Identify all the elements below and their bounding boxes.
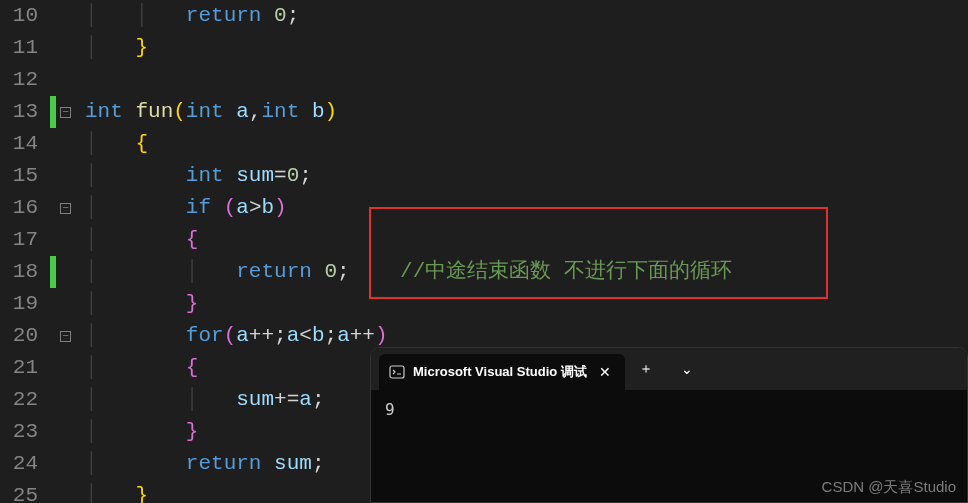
line-number: 16 bbox=[0, 192, 38, 224]
change-marker bbox=[50, 96, 56, 128]
line-number: 21 bbox=[0, 352, 38, 384]
line-number: 19 bbox=[0, 288, 38, 320]
terminal-line: 9 bbox=[385, 400, 953, 419]
terminal-output[interactable]: 9 bbox=[371, 390, 967, 429]
terminal-titlebar[interactable]: Microsoft Visual Studio 调试 ✕ ＋ ⌄ bbox=[371, 348, 967, 390]
line-number: 25 bbox=[0, 480, 38, 503]
svg-rect-0 bbox=[390, 366, 404, 378]
line-number: 17 bbox=[0, 224, 38, 256]
code-line[interactable]: │ } bbox=[85, 32, 968, 64]
line-number: 24 bbox=[0, 448, 38, 480]
fold-toggle[interactable]: − bbox=[60, 331, 71, 342]
line-number: 23 bbox=[0, 416, 38, 448]
line-number: 13 bbox=[0, 96, 38, 128]
code-line[interactable]: │ int sum=0; bbox=[85, 160, 968, 192]
dropdown-icon[interactable]: ⌄ bbox=[667, 353, 707, 385]
watermark: CSDN @天喜Studio bbox=[822, 478, 956, 497]
code-line[interactable]: │ } bbox=[85, 288, 968, 320]
line-number: 12 bbox=[0, 64, 38, 96]
new-tab-button[interactable]: ＋ bbox=[625, 352, 667, 386]
fold-toggle[interactable]: − bbox=[60, 203, 71, 214]
line-number: 14 bbox=[0, 128, 38, 160]
change-marker bbox=[50, 256, 56, 288]
terminal-icon bbox=[389, 364, 405, 380]
line-number: 10 bbox=[0, 0, 38, 32]
close-icon[interactable]: ✕ bbox=[595, 362, 615, 382]
code-line[interactable]: │ { bbox=[85, 224, 968, 256]
code-line[interactable] bbox=[85, 64, 968, 96]
code-line[interactable]: │ │ return 0; bbox=[85, 0, 968, 32]
line-number: 11 bbox=[0, 32, 38, 64]
code-line[interactable]: │ { bbox=[85, 128, 968, 160]
line-number-gutter: 10 11 12 13 14 15 16 17 18 19 20 21 22 2… bbox=[0, 0, 50, 503]
line-number: 18 bbox=[0, 256, 38, 288]
fold-margin: − − − bbox=[50, 0, 85, 503]
terminal-tab[interactable]: Microsoft Visual Studio 调试 ✕ bbox=[379, 354, 625, 390]
code-line[interactable]: int fun(int a,int b) bbox=[85, 96, 968, 128]
line-number: 20 bbox=[0, 320, 38, 352]
line-number: 15 bbox=[0, 160, 38, 192]
terminal-tab-title: Microsoft Visual Studio 调试 bbox=[413, 363, 587, 381]
line-number: 22 bbox=[0, 384, 38, 416]
code-line[interactable]: │ │ return 0; //中途结束函数 不进行下面的循环 bbox=[85, 256, 968, 288]
code-line[interactable]: │ if (a>b) bbox=[85, 192, 968, 224]
fold-toggle[interactable]: − bbox=[60, 107, 71, 118]
